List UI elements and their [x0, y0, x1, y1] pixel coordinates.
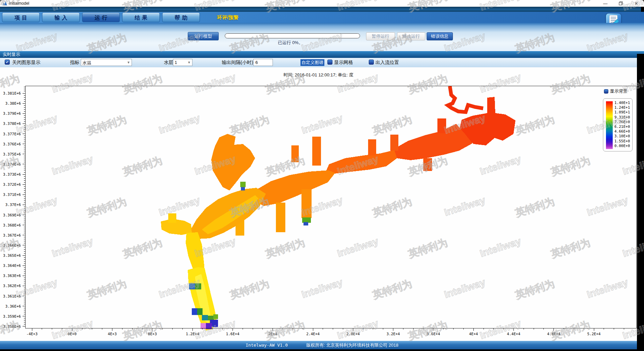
colorbar-value: 9.31E+0	[614, 115, 630, 120]
axis-tick-label: 3.363E+6	[3, 274, 21, 278]
axis-tick-label: 3.372E+6	[3, 182, 21, 187]
menu-bar: 项目输入运行结果帮助 环评/预警	[0, 12, 644, 23]
colorbar-value: 1.55E+0	[614, 139, 630, 144]
colorbar-value: 6.21E+0	[614, 125, 630, 129]
menu-tab-4[interactable]: 帮助	[162, 12, 200, 22]
axis-tick-label: 4E+4	[469, 332, 478, 336]
axis-tick-label: 3.369E+6	[3, 213, 21, 217]
interval-input[interactable]: 6	[253, 59, 273, 66]
axis-tick-label: 3.359E+6	[3, 314, 21, 319]
colorbar-gradient	[606, 101, 613, 149]
tab-env-warning[interactable]: 环评/预警	[206, 14, 250, 21]
axis-tick-label: 3.373E+6	[3, 172, 21, 177]
map-region	[326, 150, 397, 174]
colorbar-value: 0.00E+0	[614, 144, 630, 148]
axis-tick-label: 3.377E+6	[3, 132, 21, 136]
colorbar-value: 4.66E+0	[614, 129, 630, 134]
axis-tick-label: 3.37E+6	[5, 203, 21, 207]
close-graphics-checkbox[interactable]: ✔	[5, 60, 10, 65]
map-region	[168, 213, 176, 223]
axis-tick-label: 3.379E+6	[3, 111, 21, 116]
window-title: initialmodel	[9, 1, 29, 6]
chart-panel: 时间: 2016-01-01 12:00:17; 单位: 度 -4E+30E+0…	[0, 67, 637, 341]
colorbar-value: 1.40E+1	[614, 101, 630, 105]
titlebar: initialmodel ― ✕	[0, 0, 644, 7]
run-toolbar: 运行模型 已运行 0%。 暂停运行 终止运行 错误信息	[0, 23, 644, 51]
app-version-text: Intelway-AW V1.0	[246, 343, 288, 348]
axis-tick-label: 3.358E+6	[3, 324, 21, 329]
axis-tick-label: 4.4E+4	[507, 332, 521, 336]
axis-tick-label: 0E+0	[68, 332, 77, 336]
stop-run-button[interactable]: 终止运行	[397, 32, 425, 40]
map-river	[448, 86, 483, 112]
pause-run-button[interactable]: 暂停运行	[366, 32, 395, 40]
axis-tick-label: 1.2E+4	[186, 332, 199, 336]
show-grid-label: 显示网格	[334, 60, 353, 66]
map-speckle	[208, 316, 214, 320]
axis-tick-label: 3.361E+6	[3, 294, 21, 299]
map-speckle	[302, 217, 311, 223]
axis-tick-label: 3.36E+6	[5, 304, 21, 309]
close-graphics-label: 关闭图形显示	[12, 60, 40, 66]
map-region	[255, 170, 335, 206]
map-speckle	[202, 315, 208, 320]
axis-tick-label: 4E+3	[108, 332, 117, 336]
axis-tick-label: 3.375E+6	[3, 152, 21, 156]
map-region	[211, 134, 255, 190]
flow-positions-checkbox[interactable]	[369, 60, 374, 65]
map-region	[312, 137, 321, 166]
axis-tick-label: 3.371E+6	[3, 192, 21, 197]
run-model-button[interactable]: 运行模型	[188, 32, 219, 40]
map-region	[301, 189, 312, 218]
axis-tick-label: 3.365E+6	[3, 253, 21, 258]
axis-tick-label: 4.8E+4	[547, 332, 561, 336]
axis-tick-label: 3.368E+6	[3, 223, 21, 227]
show-background-checkbox[interactable]	[604, 89, 608, 94]
map-speckle	[240, 182, 246, 187]
menu-tab-3[interactable]: 结果	[122, 12, 160, 22]
axis-tick-label: 3.381E+6	[3, 91, 21, 96]
legend-background-toggle[interactable]: 显示背景	[604, 88, 628, 94]
map-speckle	[213, 314, 218, 319]
show-grid-checkbox[interactable]	[327, 60, 332, 65]
custom-colormap-button[interactable]: 自定义图谱	[300, 59, 324, 66]
indicator-label: 指标	[70, 60, 79, 66]
axis-tick-label: -4E+3	[26, 332, 37, 336]
close-button[interactable]: ✕	[629, 0, 644, 7]
layer-label: 水层	[164, 60, 173, 66]
copyright-text: 版权所有: 北京英特利为环境科技有限公司 2018	[306, 342, 398, 348]
axis-tick-label: 8E+3	[148, 332, 157, 336]
layer-select[interactable]: 1▼	[173, 59, 192, 66]
error-info-button[interactable]: 错误信息	[427, 32, 453, 40]
map-region	[276, 203, 285, 232]
restore-button[interactable]	[613, 0, 629, 7]
colorbar-values: 1.40E+11.24E+11.09E+19.31E+07.76E+06.21E…	[614, 101, 630, 148]
axis-tick-label: 3.364E+6	[3, 264, 21, 268]
map-speckle	[192, 308, 197, 315]
axis-tick-label: 3.376E+6	[3, 142, 21, 146]
indicator-select[interactable]: 水温▼	[81, 59, 132, 66]
axis-tick-label: 3.2E+4	[387, 332, 400, 336]
colorbar-value: 7.76E+0	[614, 120, 630, 125]
menu-tab-2[interactable]: 运行	[82, 12, 120, 22]
temperature-map-chart: -4E+30E+04E+38E+31.2E+41.6E+42E+42.4E+42…	[0, 67, 637, 341]
colorbar-value: 1.09E+1	[614, 110, 630, 115]
show-background-label: 显示背景	[610, 88, 628, 94]
map-speckle	[197, 308, 203, 315]
map-speckle	[189, 283, 195, 289]
axis-tick-label: 2.8E+4	[346, 332, 360, 336]
colorbar-legend: 1.40E+11.24E+11.09E+19.31E+07.76E+06.21E…	[603, 98, 633, 151]
menu-tab-1[interactable]: 输入	[42, 12, 80, 22]
plot-border	[25, 86, 636, 328]
axis-tick-label: 1.6E+4	[226, 332, 240, 336]
app-icon	[2, 1, 7, 6]
minimize-button[interactable]: ―	[598, 0, 613, 7]
menu-tab-0[interactable]: 项目	[2, 12, 40, 22]
realtime-display-header: 实时显示	[0, 51, 644, 58]
ribbon-top-band	[0, 7, 641, 12]
colorbar-value: 1.24E+1	[614, 105, 630, 110]
interval-label: 输出间隔(小时)	[222, 60, 253, 66]
axis-tick-label: 3.374E+6	[3, 162, 21, 167]
axis-tick-label: 5.2E+4	[587, 332, 601, 336]
chevron-down-icon: ▼	[127, 61, 130, 64]
